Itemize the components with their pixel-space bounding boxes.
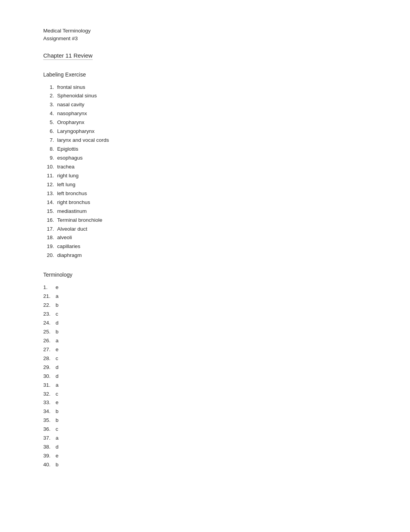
terminology-item: 34.b	[43, 407, 309, 416]
labeling-item: 16.Terminal bronchiole	[43, 216, 309, 225]
header-block: Medical Terminology Assignment #3	[43, 27, 309, 43]
labeling-item: 14.right bronchus	[43, 198, 309, 207]
term-number: 21.	[43, 292, 56, 301]
term-answer: a	[56, 435, 59, 441]
term-number: 32.	[43, 390, 56, 399]
term-answer: b	[56, 329, 59, 335]
terminology-item: 23.c	[43, 310, 309, 319]
term-number: 34.	[43, 407, 56, 416]
labeling-item: 6.Laryngopharynx	[43, 127, 309, 136]
item-number: 1.	[43, 83, 54, 92]
term-answer: d	[56, 320, 59, 326]
item-text: mediastinum	[57, 208, 87, 214]
item-number: 20.	[43, 251, 54, 260]
item-text: left bronchus	[57, 190, 87, 196]
item-text: Alveolar duct	[57, 226, 87, 232]
labeling-item: 19.capillaries	[43, 242, 309, 251]
term-number: 39.	[43, 452, 56, 461]
item-text: capillaries	[57, 243, 80, 249]
term-number: 29.	[43, 363, 56, 372]
labeling-item: 17.Alveolar duct	[43, 225, 309, 234]
item-number: 4.	[43, 109, 54, 118]
terminology-item: 22.b	[43, 301, 309, 310]
item-number: 2.	[43, 92, 54, 100]
term-number: 35.	[43, 416, 56, 425]
term-answer: e	[56, 399, 59, 405]
terminology-item: 27.e	[43, 345, 309, 354]
terminology-item: 36.c	[43, 425, 309, 434]
term-number: 28.	[43, 354, 56, 363]
term-number: 26.	[43, 337, 56, 345]
item-number: 13.	[43, 189, 54, 198]
term-answer: a	[56, 338, 59, 343]
header-line2: Assignment #3	[43, 35, 309, 42]
term-answer: d	[56, 364, 59, 370]
term-number: 38.	[43, 443, 56, 452]
item-text: Sphenoidal sinus	[57, 93, 97, 99]
labeling-item: 1.frontal sinus	[43, 83, 309, 92]
term-number: 1.	[43, 283, 56, 292]
item-text: Oropharynx	[57, 119, 85, 125]
terminology-item: 37.a	[43, 434, 309, 443]
item-text: alveoli	[57, 235, 72, 240]
term-answer: c	[56, 426, 58, 432]
item-number: 11.	[43, 172, 54, 180]
term-number: 24.	[43, 319, 56, 328]
term-answer: e	[56, 453, 59, 459]
page-container: Medical Terminology Assignment #3 Chapte…	[0, 0, 309, 500]
terminology-item: 24.d	[43, 319, 309, 328]
terminology-item: 28.c	[43, 354, 309, 363]
item-text: Epiglottis	[57, 146, 78, 152]
terminology-item: 21.a	[43, 292, 309, 301]
term-answer: b	[56, 462, 59, 467]
term-number: 23.	[43, 310, 56, 319]
item-text: right bronchus	[57, 199, 90, 205]
item-number: 7.	[43, 136, 54, 145]
labeling-item: 11.right lung	[43, 172, 309, 180]
term-answer: d	[56, 444, 59, 450]
item-number: 17.	[43, 225, 54, 234]
item-number: 15.	[43, 207, 54, 216]
item-text: Laryngopharynx	[57, 128, 95, 134]
item-text: right lung	[57, 173, 79, 178]
labeling-list: 1.frontal sinus2.Sphenoidal sinus3.nasal…	[43, 83, 309, 260]
term-number: 31.	[43, 381, 56, 390]
term-answer: a	[56, 293, 59, 299]
labeling-item: 7.larynx and vocal cords	[43, 136, 309, 145]
terminology-item: 40.b	[43, 461, 309, 469]
term-answer: c	[56, 355, 58, 361]
item-number: 14.	[43, 198, 54, 207]
item-number: 3.	[43, 100, 54, 109]
labeling-item: 13.left bronchus	[43, 189, 309, 198]
item-number: 18.	[43, 233, 54, 242]
term-answer: a	[56, 382, 59, 388]
item-number: 19.	[43, 242, 54, 251]
terminology-item: 31.a	[43, 381, 309, 390]
item-text: nasal cavity	[57, 102, 85, 107]
item-number: 5.	[43, 118, 54, 127]
term-number: 33.	[43, 398, 56, 407]
item-text: trachea	[57, 164, 75, 170]
term-answer: b	[56, 302, 59, 308]
labeling-item: 4.nasopharynx	[43, 109, 309, 118]
term-number: 22.	[43, 301, 56, 310]
terminology-list: 1.e21.a22.b23.c24.d25.b26.a27.e28.c29.d3…	[43, 283, 309, 469]
item-number: 16.	[43, 216, 54, 225]
labeling-item: 3.nasal cavity	[43, 100, 309, 109]
labeling-item: 10.trachea	[43, 163, 309, 172]
term-answer: b	[56, 417, 59, 423]
terminology-item: 33.e	[43, 398, 309, 407]
item-number: 8.	[43, 145, 54, 154]
item-number: 9.	[43, 154, 54, 163]
labeling-item: 8.Epiglottis	[43, 145, 309, 154]
term-number: 30.	[43, 372, 56, 381]
term-answer: e	[56, 284, 59, 290]
terminology-item: 39.e	[43, 452, 309, 461]
terminology-item: 1.e	[43, 283, 309, 292]
terminology-item: 26.a	[43, 337, 309, 345]
item-text: frontal sinus	[57, 84, 85, 90]
item-number: 6.	[43, 127, 54, 136]
term-number: 37.	[43, 434, 56, 443]
term-number: 25.	[43, 328, 56, 337]
term-answer: c	[56, 311, 58, 317]
